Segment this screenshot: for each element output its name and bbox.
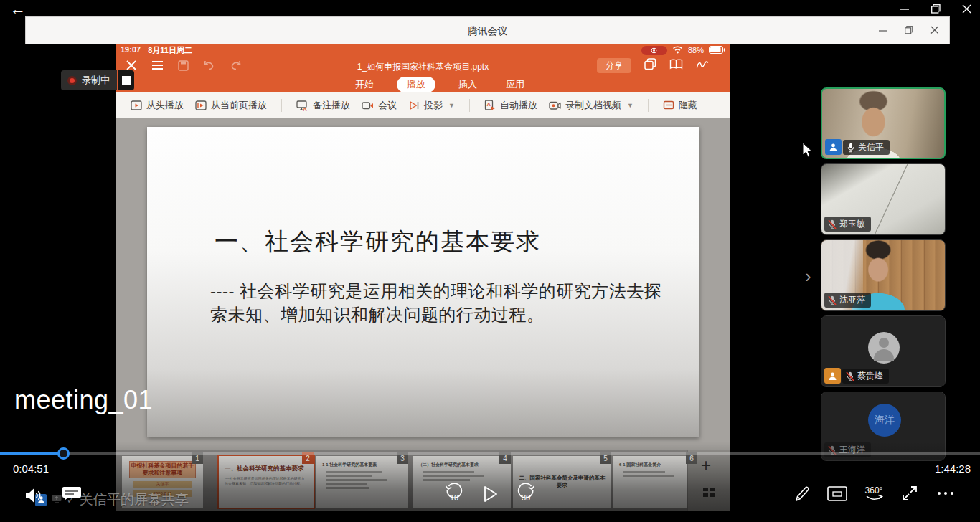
meeting-app-titlebar: 腾讯会议: [25, 16, 950, 44]
ppt-status-bar: 19:07 8月11日周二 88%: [116, 44, 730, 56]
battery-percent: 88%: [688, 46, 704, 54]
rotate-360-button[interactable]: 360°: [863, 484, 886, 504]
mini-player-button[interactable]: [827, 486, 847, 502]
participant-name-pill: 郑玉敏: [824, 217, 871, 232]
app-restore-button[interactable]: [905, 26, 913, 34]
more-options-button[interactable]: [936, 490, 955, 496]
app-window-title: 腾讯会议: [26, 25, 949, 38]
play-icon: [482, 485, 499, 503]
meeting-button[interactable]: 会议: [362, 99, 397, 112]
status-time: 19:07: [121, 45, 141, 56]
total-time: 1:44:28: [935, 462, 971, 475]
participant-tile-zhengyumin[interactable]: 郑玉敏: [821, 163, 946, 235]
tab-play[interactable]: 播放: [397, 77, 435, 92]
notes-play-button[interactable]: A 备注播放: [296, 99, 350, 112]
current-time: 0:04:51: [13, 462, 49, 475]
svg-text:A: A: [303, 105, 307, 111]
participant-name: 关信平: [858, 141, 884, 153]
play-from-current-button[interactable]: 从当前页播放: [195, 99, 267, 112]
participant-name: 郑玉敏: [839, 218, 865, 230]
recording-dot-icon: [67, 76, 77, 85]
svg-text:A: A: [486, 101, 491, 108]
project-button[interactable]: 投影 ▼: [408, 99, 455, 112]
participant-name-pill: 关信平: [843, 140, 890, 155]
ppt-header-bar: 1_如何申报国家社科基金项目.pptx 分享: [116, 56, 730, 76]
play-from-start-button[interactable]: 从头播放: [131, 99, 184, 112]
captions-icon: [61, 485, 83, 503]
volume-button[interactable]: [24, 486, 45, 505]
record-doc-video-button[interactable]: 录制文档视频 ▼: [549, 99, 633, 112]
participant-name: 蔡贵峰: [857, 370, 883, 382]
rotate-360-icon: 360°: [863, 484, 886, 504]
svg-text:360°: 360°: [865, 485, 883, 495]
recording-indicator: 录制中: [61, 70, 134, 90]
mic-muted-icon: [846, 371, 854, 381]
avatar-placeholder: [868, 332, 900, 364]
ppt-copy-icon[interactable]: [644, 58, 656, 73]
mic-on-icon: [847, 143, 855, 153]
chevron-down-icon: ▼: [627, 102, 633, 109]
screen-share-banner-text: 关信平的屏幕共享: [80, 490, 189, 509]
fullscreen-button[interactable]: [901, 485, 918, 502]
ppt-readview-icon[interactable]: [669, 59, 683, 72]
seek-bar-handle[interactable]: [57, 447, 70, 460]
battery-icon: [709, 46, 725, 55]
mic-muted-icon: [828, 295, 837, 305]
stop-recording-button[interactable]: [118, 70, 134, 90]
toolbar-divider: [281, 99, 282, 112]
os-close-button[interactable]: [962, 4, 971, 14]
hide-button[interactable]: 隐藏: [663, 99, 697, 112]
picture-in-picture-icon: [827, 486, 847, 502]
toolbar-divider: [469, 99, 470, 112]
sidebar-collapse-chevron-icon[interactable]: ›: [805, 265, 811, 288]
current-slide: 一、社会科学研究的基本要求 ---- 社会科学研究是运用相关的理论和科学的研究方…: [147, 127, 699, 437]
mic-muted-icon: [828, 219, 837, 229]
os-restore-button[interactable]: [931, 4, 941, 14]
captions-button[interactable]: [61, 485, 83, 503]
annotate-pencil-button[interactable]: [793, 485, 811, 503]
app-minimize-button[interactable]: [879, 26, 887, 34]
pencil-icon: [793, 485, 811, 503]
tab-insert[interactable]: 插入: [453, 77, 483, 92]
participant-tile-shenyaping[interactable]: 沈亚萍: [821, 239, 946, 311]
tab-home[interactable]: 开始: [349, 77, 380, 92]
ppt-ink-pen-icon[interactable]: [696, 59, 709, 72]
video-player-stage: ← 腾讯会议 19:07 8月11日周二 88%: [0, 0, 980, 522]
seek-bar-track[interactable]: [0, 452, 980, 455]
slide-canvas: 一、社会科学研究的基本要求 ---- 社会科学研究是运用相关的理论和科学的研究方…: [116, 118, 730, 450]
autoplay-button[interactable]: A 自动播放: [484, 99, 537, 112]
back-arrow-icon[interactable]: ←: [10, 0, 26, 19]
participant-name-pill: 沈亚萍: [824, 293, 871, 308]
host-person-badge-icon: [825, 139, 842, 155]
video-filename-overlay: meeting_01: [14, 385, 153, 415]
slide-body-text: ---- 社会科学研究是运用相关的理论和科学的研究方法去探索未知、增加知识和解决…: [210, 279, 675, 326]
recording-status-icon: [641, 46, 667, 55]
ppt-toolbar: 从头播放 从当前页播放 A 备注播放 会议 投影 ▼ A: [116, 92, 730, 118]
expand-arrows-icon: [901, 485, 918, 502]
wifi-icon: [672, 45, 683, 55]
ppt-ribbon-tabs: 开始 播放 插入 应用: [116, 76, 730, 92]
rewind-10-button[interactable]: 10: [443, 483, 466, 505]
chevron-down-icon: ▼: [448, 102, 455, 109]
status-date: 8月11日周二: [148, 45, 192, 56]
ppt-share-button[interactable]: 分享: [597, 58, 631, 73]
screen-share-mini-icon: [52, 493, 62, 506]
forward-30-button[interactable]: 30: [514, 483, 537, 505]
mouse-cursor: [802, 142, 815, 162]
seek-bar-played: [0, 452, 59, 455]
os-window-controls: [900, 4, 971, 14]
play-button[interactable]: [482, 485, 499, 503]
os-minimize-button[interactable]: [900, 4, 910, 14]
svg-text:10: 10: [450, 493, 458, 502]
participant-name-pill: 蔡贵峰: [842, 369, 889, 384]
participant-tile-guanxinping[interactable]: 关信平: [821, 87, 946, 159]
tab-apps[interactable]: 应用: [500, 77, 530, 92]
app-close-button[interactable]: [930, 26, 939, 34]
slide-title: 一、社会科学研究的基本要求: [215, 226, 541, 258]
participant-name: 沈亚萍: [839, 294, 865, 306]
svg-text:30: 30: [522, 493, 530, 502]
participant-tile-caiguifeng[interactable]: 蔡贵峰: [821, 315, 946, 387]
screen-share-banner: ✓ 关信平的屏幕共享: [35, 490, 189, 509]
toolbar-divider: [648, 99, 649, 112]
recording-label: 录制中: [82, 74, 110, 87]
